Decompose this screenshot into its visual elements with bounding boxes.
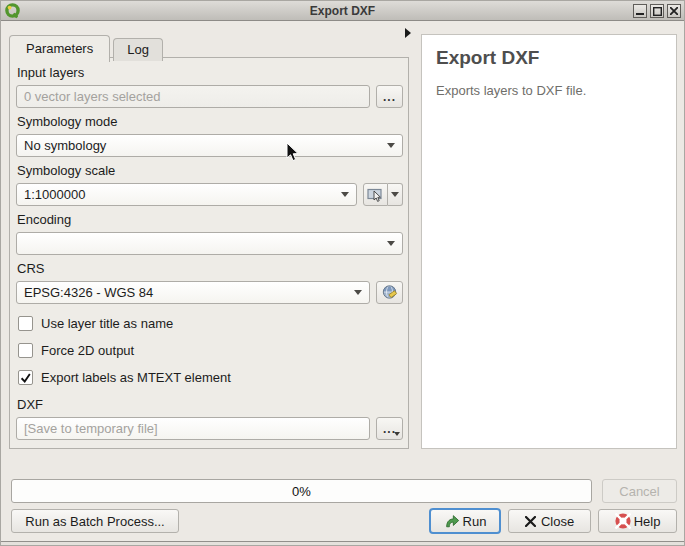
crs-value: EPSG:4326 - WGS 84 [24,285,153,300]
checkbox-label: Use layer title as name [41,316,173,331]
chevron-down-icon [387,143,395,148]
tab-log[interactable]: Log [113,38,163,61]
checkbox-force-2d[interactable] [18,343,33,358]
title-bar[interactable]: Export DXF [1,1,684,21]
parameters-panel: Input layers 0 vector layers selected ..… [9,57,409,449]
symbology-mode-select[interactable]: No symbology [16,134,403,157]
close-button[interactable]: Close [508,509,591,533]
tab-parameters[interactable]: Parameters [9,35,110,62]
window-title: Export DXF [1,4,684,18]
run-button[interactable]: Run [429,508,501,534]
run-as-batch-button[interactable]: Run as Batch Process... [11,509,179,533]
chevron-down-icon [394,432,400,436]
close-label: Close [541,514,574,529]
progress-value: 0% [292,484,311,499]
scale-from-canvas-button[interactable] [363,183,388,206]
maximize-icon [653,7,662,16]
crs-label: CRS [17,261,403,276]
checkmark-icon [20,372,31,383]
input-layers-value: 0 vector layers selected [24,89,161,104]
symbology-scale-combo[interactable]: 1:1000000 [16,183,357,206]
help-panel: Export DXF Exports layers to DXF file. [421,34,677,449]
input-layers-label: Input layers [17,65,403,80]
checkbox-label: Export labels as MTEXT element [41,370,231,385]
close-x-icon [525,516,536,527]
dxf-output-placeholder: [Save to temporary file] [24,421,158,436]
symbology-scale-value: 1:1000000 [24,187,85,202]
batch-label: Run as Batch Process... [25,514,164,529]
input-layers-field[interactable]: 0 vector layers selected [16,85,370,108]
dxf-output-field[interactable]: [Save to temporary file] [16,417,370,440]
checkbox-row-force-2d[interactable]: Force 2D output [18,343,403,358]
checkbox-row-layer-title[interactable]: Use layer title as name [18,316,403,331]
run-arrow-icon [444,514,460,528]
symbology-scale-label: Symbology scale [17,163,403,178]
checkbox-use-layer-title[interactable] [18,316,33,331]
checkbox-row-mtext[interactable]: Export labels as MTEXT element [18,370,403,385]
chevron-down-icon [341,192,349,197]
select-crs-button[interactable] [376,281,403,304]
cancel-button[interactable]: Cancel [602,479,677,503]
close-icon [670,7,678,15]
tab-bar: Parameters Log [9,34,166,61]
globe-edit-icon [381,284,399,302]
encoding-select[interactable] [16,232,403,255]
chevron-down-icon [391,192,399,197]
help-label: Help [634,514,661,529]
symbology-mode-label: Symbology mode [17,114,403,129]
help-lifebuoy-icon [615,513,631,529]
help-panel-description: Exports layers to DXF file. [436,83,662,98]
cancel-label: Cancel [619,484,659,499]
panel-collapse-arrow-icon[interactable] [404,28,412,38]
chevron-down-icon [387,241,395,246]
encoding-label: Encoding [17,212,403,227]
help-button[interactable]: Help [598,509,677,533]
checkbox-label: Force 2D output [41,343,134,358]
checkbox-export-mtext[interactable] [18,370,33,385]
scale-options-dropdown-button[interactable] [388,183,403,206]
symbology-mode-value: No symbology [24,138,106,153]
progress-bar: 0% [11,479,592,503]
minimize-button[interactable] [633,4,647,18]
minimize-icon [636,7,644,15]
mouse-cursor [286,142,299,162]
window-bottom-strip [1,542,684,546]
maximize-button[interactable] [650,4,664,18]
input-layers-browse-button[interactable]: ... [376,85,403,108]
crs-select[interactable]: EPSG:4326 - WGS 84 [16,281,370,304]
ellipsis-icon: ... [383,90,396,104]
dxf-browse-button[interactable]: ... [376,417,403,440]
dxf-label: DXF [17,397,403,412]
export-dxf-dialog: Export DXF Parameters Log Input layers 0… [0,0,685,546]
chevron-down-icon [354,290,362,295]
run-label: Run [463,514,487,529]
map-extent-cursor-icon [367,187,384,202]
close-window-button[interactable] [667,4,681,18]
help-panel-title: Export DXF [436,47,662,69]
